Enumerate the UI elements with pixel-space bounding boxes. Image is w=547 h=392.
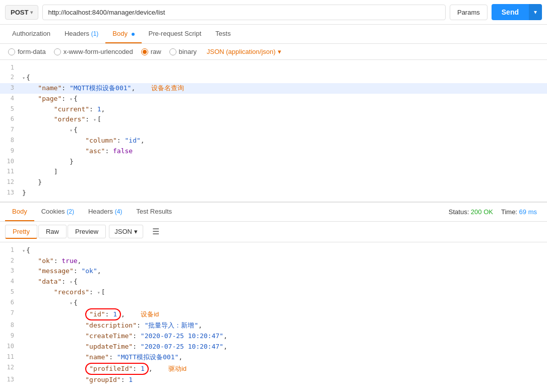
- resp-line-11: 11 "name": "MQTT模拟设备001",: [0, 352, 547, 363]
- method-chevron-icon: ▾: [30, 10, 33, 15]
- time-label: Time: 69 ms: [501, 208, 537, 216]
- req-line-11: 11 ]: [0, 167, 547, 177]
- req-line-12: 12 }: [0, 177, 547, 188]
- resp-line-1: 1 ▾{: [0, 245, 547, 256]
- response-code-editor: 1 ▾{ 2 "ok": true, 3 "message": "ok", 4 …: [0, 242, 547, 388]
- json-select[interactable]: JSON ▾: [109, 225, 143, 238]
- wrap-icon[interactable]: ☰: [148, 225, 163, 238]
- radio-urlencoded-circle: [54, 48, 61, 55]
- radio-binary[interactable]: binary: [169, 48, 197, 55]
- radio-raw[interactable]: raw: [141, 48, 161, 55]
- radio-binary-label: binary: [179, 48, 197, 55]
- top-bar: POST ▾ Params Send ▾: [0, 0, 547, 25]
- req-line-2: 2 ▾{: [0, 73, 547, 83]
- method-label: POST: [11, 9, 28, 16]
- resp-line-12: 12 "profileId": 1, 驱动id: [0, 363, 547, 375]
- json-dropdown-chevron-icon: ▾: [278, 48, 281, 55]
- req-line-3: 3 "name": "MQTT模拟设备001", 设备名查询: [0, 83, 547, 94]
- radio-form-data[interactable]: form-data: [8, 48, 46, 55]
- url-input[interactable]: [42, 5, 446, 20]
- request-tabs-bar: Authorization Headers (1) Body Pre-reque…: [0, 25, 547, 44]
- tab-pre-request[interactable]: Pre-request Script: [142, 25, 209, 43]
- json-select-chevron-icon: ▾: [134, 228, 138, 235]
- raw-button[interactable]: Raw: [38, 225, 67, 238]
- tab-tests[interactable]: Tests: [208, 25, 237, 43]
- json-select-label: JSON: [114, 228, 132, 235]
- status-code: 200 OK: [471, 208, 493, 216]
- req-line-8: 8 "column": "id",: [0, 136, 547, 146]
- method-select[interactable]: POST ▾: [5, 5, 38, 20]
- req-line-6: 6 "orders": ▾[: [0, 114, 547, 125]
- tab-authorization[interactable]: Authorization: [5, 25, 57, 43]
- radio-urlencoded-label: x-www-form-urlencoded: [64, 48, 133, 55]
- resp-line-8: 8 "description": "批量导入：新增",: [0, 320, 547, 331]
- req-line-13: 13 }: [0, 188, 547, 199]
- send-btn-group: Send ▾: [492, 4, 542, 20]
- req-line-1: 1: [0, 63, 547, 73]
- resp-line-4: 4 "data": ▾{: [0, 277, 547, 287]
- params-button[interactable]: Params: [450, 5, 488, 20]
- resp-tab-cookies[interactable]: Cookies (2): [34, 203, 81, 221]
- resp-line-13: 13 "groupId": 1: [0, 375, 547, 385]
- radio-form-data-circle: [8, 48, 15, 55]
- json-dropdown[interactable]: JSON (application/json) ▾: [207, 48, 281, 55]
- resp-line-3: 3 "message": "ok",: [0, 266, 547, 277]
- resp-line-6: 6 ▾{: [0, 298, 547, 308]
- resp-line-9: 9 "createTime": "2020-07-25 10:20:47",: [0, 331, 547, 342]
- radio-raw-label: raw: [151, 48, 161, 55]
- radio-form-data-label: form-data: [18, 48, 46, 55]
- time-value: 69 ms: [519, 208, 537, 216]
- send-dropdown-button[interactable]: ▾: [529, 4, 542, 20]
- req-line-5: 5 "current": 1,: [0, 104, 547, 115]
- resp-line-10: 10 "updateTime": "2020-07-25 10:20:47",: [0, 342, 547, 352]
- send-button[interactable]: Send: [492, 4, 529, 20]
- body-options: form-data x-www-form-urlencoded raw bina…: [0, 44, 547, 60]
- resp-line-2: 2 "ok": true,: [0, 256, 547, 267]
- status-label: Status: 200 OK: [449, 208, 493, 216]
- resp-tab-test-results[interactable]: Test Results: [129, 203, 179, 221]
- response-tabs-bar: Body Cookies (2) Headers (4) Test Result…: [0, 203, 547, 222]
- request-code-editor[interactable]: 1 2 ▾{ 3 "name": "MQTT模拟设备001", 设备名查询 4 …: [0, 60, 547, 203]
- resp-line-7: 7 "id": 1, 设备id: [0, 308, 547, 321]
- tab-headers[interactable]: Headers (1): [57, 25, 105, 43]
- tab-body[interactable]: Body: [105, 25, 141, 43]
- req-line-10: 10 }: [0, 157, 547, 167]
- pretty-button[interactable]: Pretty: [5, 225, 37, 239]
- radio-binary-circle: [169, 48, 176, 55]
- req-line-9: 9 "asc": false: [0, 146, 547, 157]
- resp-line-5: 5 "records": ▾[: [0, 287, 547, 298]
- radio-urlencoded[interactable]: x-www-form-urlencoded: [54, 48, 133, 55]
- radio-raw-circle: [141, 48, 148, 55]
- resp-tab-body[interactable]: Body: [5, 203, 34, 221]
- req-line-7: 7 ▾{: [0, 125, 547, 136]
- req-line-4: 4 "page": ▾{: [0, 94, 547, 104]
- status-bar: Status: 200 OK Time: 69 ms: [449, 208, 542, 216]
- preview-button[interactable]: Preview: [68, 225, 106, 238]
- resp-toolbar: Pretty Raw Preview JSON ▾ ☰: [0, 222, 547, 242]
- json-dropdown-label: JSON (application/json): [207, 48, 276, 55]
- resp-tab-headers[interactable]: Headers (4): [81, 203, 129, 221]
